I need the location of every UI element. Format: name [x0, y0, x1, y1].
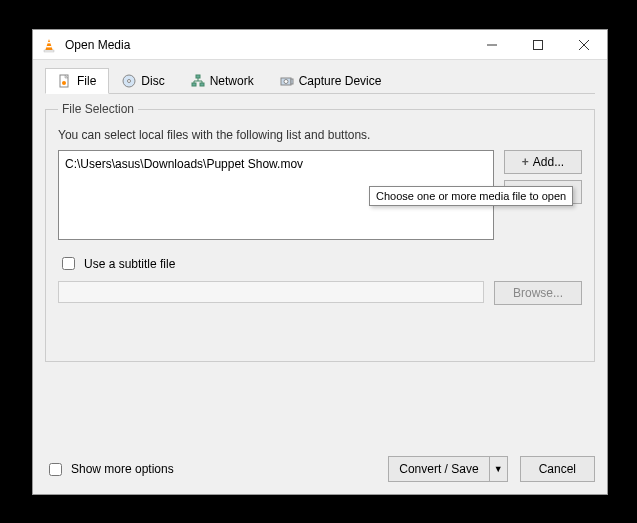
- plus-icon: +: [522, 155, 529, 169]
- tab-network[interactable]: Network: [178, 68, 267, 93]
- svg-point-21: [284, 80, 288, 84]
- titlebar: Open Media: [33, 30, 607, 60]
- file-selection-group: File Selection You can select local file…: [45, 102, 595, 362]
- tab-disc-label: Disc: [141, 74, 164, 88]
- window-title: Open Media: [65, 38, 469, 52]
- svg-rect-2: [47, 42, 51, 43]
- tab-capture-label: Capture Device: [299, 74, 382, 88]
- add-button-label: Add...: [533, 155, 564, 169]
- window-controls: [469, 30, 607, 60]
- svg-rect-5: [534, 40, 543, 49]
- convert-save-button[interactable]: Convert / Save: [388, 456, 489, 482]
- svg-point-10: [62, 81, 66, 85]
- vlc-icon: [41, 37, 57, 53]
- subtitle-checkbox-label: Use a subtitle file: [84, 257, 175, 271]
- disc-icon: [122, 74, 136, 88]
- capture-icon: [280, 74, 294, 88]
- minimize-button[interactable]: [469, 30, 515, 60]
- svg-rect-15: [200, 83, 204, 86]
- network-icon: [191, 74, 205, 88]
- close-button[interactable]: [561, 30, 607, 60]
- svg-point-12: [128, 80, 131, 83]
- show-more-label: Show more options: [71, 462, 174, 476]
- file-icon: [58, 74, 72, 88]
- bottom-bar: Show more options Convert / Save ▼ Cance…: [45, 456, 595, 482]
- file-selection-legend: File Selection: [58, 102, 138, 116]
- svg-rect-1: [44, 50, 54, 52]
- svg-rect-3: [46, 46, 52, 47]
- tab-network-label: Network: [210, 74, 254, 88]
- svg-rect-13: [196, 75, 200, 78]
- file-list-item[interactable]: C:\Users\asus\Downloads\Puppet Show.mov: [63, 155, 489, 173]
- svg-marker-0: [45, 39, 53, 51]
- browse-button: Browse...: [494, 281, 582, 305]
- subtitle-checkbox[interactable]: [62, 257, 75, 270]
- convert-save-label: Convert / Save: [399, 462, 478, 476]
- tab-capture[interactable]: Capture Device: [267, 68, 395, 93]
- file-selection-hint: You can select local files with the foll…: [58, 128, 582, 142]
- tab-file-label: File: [77, 74, 96, 88]
- open-media-window: Open Media File: [32, 29, 608, 495]
- browse-button-label: Browse...: [513, 286, 563, 300]
- add-button[interactable]: + Add...: [504, 150, 582, 174]
- tabbar: File Disc Network Capture Device: [45, 68, 595, 94]
- cancel-button[interactable]: Cancel: [520, 456, 595, 482]
- svg-rect-14: [192, 83, 196, 86]
- show-more-checkbox[interactable]: [49, 463, 62, 476]
- maximize-button[interactable]: [515, 30, 561, 60]
- tab-file[interactable]: File: [45, 68, 109, 94]
- add-button-tooltip: Choose one or more media file to open: [369, 186, 573, 206]
- convert-dropdown-arrow[interactable]: ▼: [490, 456, 508, 482]
- cancel-label: Cancel: [539, 462, 576, 476]
- tab-disc[interactable]: Disc: [109, 68, 177, 93]
- svg-rect-22: [291, 79, 293, 84]
- subtitle-path-input: [58, 281, 484, 303]
- content-area: File Disc Network Capture Device: [33, 60, 607, 384]
